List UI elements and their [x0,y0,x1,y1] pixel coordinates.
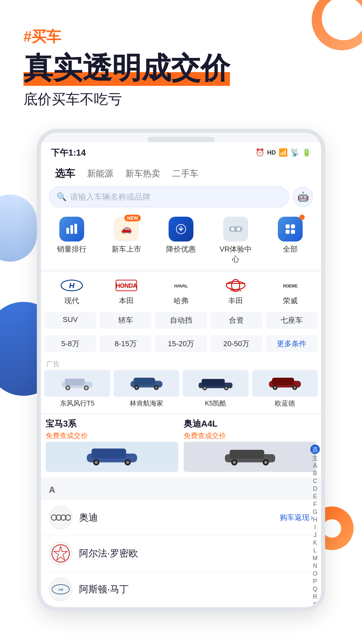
ad-k5-img [183,370,249,397]
alpha-j[interactable]: J [311,531,319,539]
price-8-15[interactable]: 8-15万 [100,335,152,352]
qa-all[interactable]: 全部 [272,217,309,264]
alpha-i[interactable]: I [311,524,319,531]
roewe-logo: ROEWE [277,277,304,294]
ad-dongfeng[interactable]: 东风风行T5 [44,370,110,408]
alpha-b[interactable]: B [311,470,319,477]
audi-img [184,442,316,472]
new-badge: NEW [124,215,141,221]
bmw-name: 宝马3系 [46,418,178,430]
tab-xinchemaile[interactable]: 新车热卖 [119,166,166,181]
alpha-o[interactable]: O [311,570,319,577]
featured-bmw[interactable]: 宝马3系 免费查成交价 [46,418,178,472]
search-input-wrap[interactable]: 🔍 请输入车辆名称或品牌 [49,186,289,207]
alpha-n[interactable]: N [311,562,319,570]
qa-vr[interactable]: VR体验中心 [217,217,254,264]
filter-joint[interactable]: 合资 [210,312,262,329]
svg-text:H: H [69,281,75,290]
honda-name: 本田 [119,296,134,306]
nav-tabs: 选车 新能源 新车热卖 二手车 [41,161,321,186]
tab-xinnenyuan[interactable]: 新能源 [81,166,119,181]
alpha-m[interactable]: M [311,554,319,562]
brand-toyota[interactable]: TOYOTA 丰田 [208,277,263,306]
ad-k5[interactable]: K5凯酷 [183,370,249,408]
audi-action[interactable]: 购车返现 › [280,513,313,523]
alpha-selected[interactable]: 选 [310,444,320,454]
alpha-l[interactable]: L [311,547,319,554]
ai-button[interactable]: 🤖 [293,187,313,207]
svg-point-48 [95,461,98,464]
svg-point-56 [264,461,267,464]
brand-list-aston[interactable]: AM 阿斯顿·马丁 [41,572,321,607]
svg-rect-2 [74,224,77,234]
brand-list-alfa[interactable]: 阿尔法·罗密欧 [41,536,321,572]
alpha-c[interactable]: C [311,477,319,485]
ad-outlander[interactable]: 欧蓝德 [252,370,318,408]
hero-section: #买车 真实透明成交价 底价买车不吃亏 [0,0,362,122]
qa-price-drop[interactable]: 降价优惠 [163,217,199,264]
ad-outlander-img [252,370,318,397]
svg-text:ROEWE: ROEWE [283,284,298,288]
svg-rect-52 [230,450,264,459]
bmw-img [46,442,178,472]
car-ads-row: 东风风行T5 林肯航海家 [41,370,321,413]
brand-list-audi[interactable]: 奥迪 购车返现 › [41,500,321,536]
bmw-link[interactable]: 免费查成交价 [46,431,178,440]
alpha-r[interactable]: R [311,593,319,600]
price-5-8[interactable]: 5-8万 [44,335,96,352]
alpha-q[interactable]: Q [311,585,319,593]
filter-suv[interactable]: SUV [44,312,96,329]
svg-rect-7 [286,224,290,228]
alpha-f[interactable]: F [311,500,319,508]
filter-auto[interactable]: 自动挡 [155,312,207,329]
alpha-e[interactable]: E [311,493,319,500]
tab-ershouche[interactable]: 二手车 [166,166,204,181]
qa-sales-rank[interactable]: 销量排行 [53,217,90,264]
featured-row: 宝马3系 免费查成交价 奥迪A4L 免费查成交价 [41,415,321,477]
alpha-g[interactable]: G [311,508,319,516]
alpha-p[interactable]: P [311,578,319,585]
ad-lincoln[interactable]: 林肯航海家 [114,370,180,408]
hyundai-logo: H [58,277,85,294]
hd-icon: HD [267,149,276,156]
alpha-t[interactable]: T [311,608,319,611]
price-20-50[interactable]: 20-50万 [210,335,262,352]
brand-roewe[interactable]: ROEWE 荣威 [263,277,318,306]
svg-point-16 [226,281,245,289]
tab-xuanche[interactable]: 选车 [49,165,81,182]
filter-sedan[interactable]: 轿车 [100,312,152,329]
svg-rect-28 [133,378,155,385]
brand-haval[interactable]: HAVAL 哈弗 [154,277,208,306]
phone-notch [147,137,215,142]
svg-rect-8 [291,224,295,228]
hero-title: 真实透明成交价 [23,52,339,85]
price-more[interactable]: 更多条件 [266,335,318,352]
alfa-list-logo [49,542,72,565]
svg-point-61 [52,545,69,562]
brand-hyundai[interactable]: H 现代 [44,277,99,306]
hero-title-text: 真实透明成交价 [23,51,230,86]
svg-point-6 [237,227,240,231]
featured-audi[interactable]: 奥迪A4L 免费查成交价 [184,418,316,472]
ad-dongfeng-img [44,370,110,397]
brand-honda[interactable]: HONDA 本田 [99,277,154,306]
price-15-20[interactable]: 15-20万 [155,335,207,352]
audi-action-text: 购车返现 [280,513,309,523]
audi-link[interactable]: 免费查成交价 [184,431,316,440]
alpha-k[interactable]: K [311,539,319,546]
all-icon [278,217,303,241]
alfa-list-name: 阿尔法·罗密欧 [79,547,313,560]
alpha-s[interactable]: S [311,601,319,608]
filter-7seat[interactable]: 七座车 [266,312,318,329]
alpha-d[interactable]: D [311,485,319,492]
alarm-icon: ⏰ [255,148,264,157]
qa-new-cars[interactable]: 🚗 NEW 新车上市 [108,217,145,264]
alpha-h[interactable]: H [311,516,319,523]
svg-point-26 [85,387,87,389]
signal-icon: 📶 [279,148,288,157]
alpha-a[interactable]: A [311,462,319,469]
alpha-zhu[interactable]: 主 [311,454,319,462]
svg-point-42 [274,386,276,389]
svg-rect-34 [202,379,225,386]
aston-list-name: 阿斯顿·马丁 [79,583,313,596]
